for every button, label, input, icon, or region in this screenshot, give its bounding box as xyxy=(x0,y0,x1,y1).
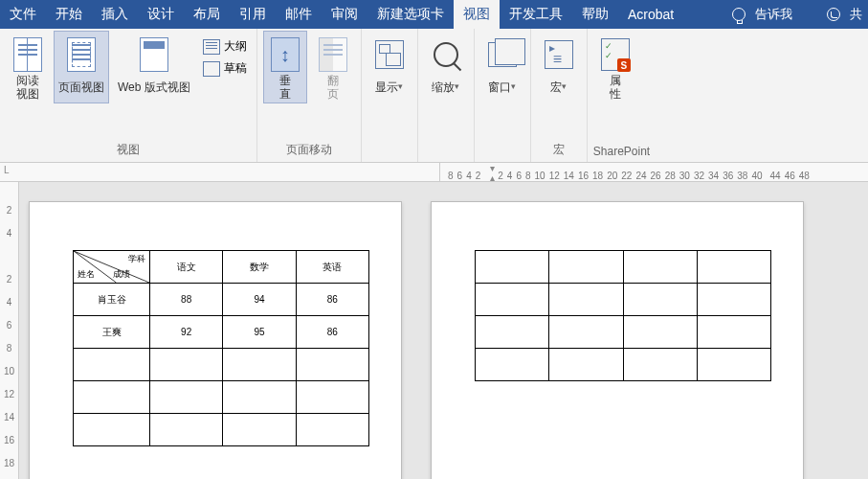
draft-icon xyxy=(203,61,220,77)
tab-newtab[interactable]: 新建选项卡 xyxy=(367,0,454,29)
tab-developer[interactable]: 开发工具 xyxy=(500,0,572,29)
group-macros: 宏▾ 宏 xyxy=(531,29,588,162)
window-icon xyxy=(488,42,517,67)
read-mode-button[interactable]: 阅读 视图 xyxy=(6,31,50,103)
side-to-side-icon xyxy=(319,37,347,72)
dropdown-caret-icon: ▾ xyxy=(562,80,567,93)
tell-me-button[interactable]: 告诉我 xyxy=(755,6,792,23)
share-button[interactable]: 共 xyxy=(850,6,862,23)
document-page-1[interactable]: 学科 成绩 姓名 语文 数学 英语 肖玉谷 88 94 86 王爽 92 xyxy=(29,201,402,479)
group-label-sharepoint: SharePoint xyxy=(593,142,650,162)
macros-button[interactable]: 宏▾ xyxy=(537,31,581,103)
group-label-views: 视图 xyxy=(6,139,251,162)
tab-review[interactable]: 审阅 xyxy=(322,0,367,29)
tab-references[interactable]: 引用 xyxy=(230,0,276,29)
show-icon xyxy=(375,40,404,69)
ribbon: 阅读 视图 页面视图 Web 版式视图 大纲 草稿 视图 垂 直 xyxy=(0,29,868,163)
group-label-macros: 宏 xyxy=(537,139,581,162)
tab-view[interactable]: 视图 xyxy=(454,0,500,29)
tab-mailings[interactable]: 邮件 xyxy=(276,0,322,29)
group-views: 阅读 视图 页面视图 Web 版式视图 大纲 草稿 视图 xyxy=(0,29,257,162)
vertical-icon xyxy=(271,37,300,72)
table-row[interactable] xyxy=(74,414,369,446)
document-page-2[interactable]: (Ctrl) ▾ xyxy=(431,201,804,479)
dropdown-caret-icon: ▾ xyxy=(455,80,459,93)
group-sharepoint: 属 性 SharePoint xyxy=(588,29,656,162)
diagonal-header-cell[interactable]: 学科 成绩 姓名 xyxy=(74,251,150,284)
lightbulb-icon xyxy=(732,8,746,21)
share-icon xyxy=(827,8,840,21)
draft-button[interactable]: 草稿 xyxy=(199,58,251,79)
empty-table[interactable] xyxy=(475,250,771,381)
tab-help[interactable]: 帮助 xyxy=(572,0,618,29)
vertical-button[interactable]: 垂 直 xyxy=(263,31,307,103)
tab-acrobat[interactable]: Acrobat xyxy=(618,0,683,29)
side-to-side-button[interactable]: 翻 页 xyxy=(311,31,355,103)
student-scores-table[interactable]: 学科 成绩 姓名 语文 数学 英语 肖玉谷 88 94 86 王爽 92 xyxy=(73,250,369,446)
table-row[interactable]: 肖玉谷 88 94 86 xyxy=(74,284,369,316)
properties-button[interactable]: 属 性 xyxy=(593,31,637,103)
table-row[interactable]: 王爽 92 95 86 xyxy=(74,316,369,349)
group-label-page-movement: 页面移动 xyxy=(263,139,355,162)
group-zoom: 缩放▾ xyxy=(418,29,475,162)
table-header[interactable]: 数学 xyxy=(223,251,296,284)
table-header[interactable]: 英语 xyxy=(296,251,368,284)
document-area: 2424681012141618 学科 成绩 姓名 语文 数学 英语 肖玉谷 xyxy=(0,182,868,479)
tab-layout[interactable]: 布局 xyxy=(184,0,230,29)
macro-icon xyxy=(545,40,573,69)
print-layout-icon xyxy=(67,37,96,72)
tab-file[interactable]: 文件 xyxy=(0,0,46,29)
menu-tab-bar: 文件 开始 插入 设计 布局 引用 邮件 审阅 新建选项卡 视图 开发工具 帮助… xyxy=(0,0,868,29)
print-layout-button[interactable]: 页面视图 xyxy=(54,31,109,103)
magnifier-icon xyxy=(434,42,458,67)
vertical-ruler[interactable]: 2424681012141618 xyxy=(0,182,19,479)
outline-button[interactable]: 大纲 xyxy=(199,36,251,57)
indent-marker-bottom[interactable]: ▴ xyxy=(490,172,495,181)
tab-home[interactable]: 开始 xyxy=(46,0,92,29)
outline-icon xyxy=(203,39,220,55)
table-header[interactable]: 语文 xyxy=(150,251,223,284)
read-mode-icon xyxy=(13,37,42,72)
web-layout-button[interactable]: Web 版式视图 xyxy=(113,31,195,103)
horizontal-ruler[interactable]: ▾ ▴ 864224681012141618202224262830323436… xyxy=(0,163,868,182)
dropdown-caret-icon: ▾ xyxy=(398,80,403,93)
tab-insert[interactable]: 插入 xyxy=(92,0,138,29)
dropdown-caret-icon: ▾ xyxy=(511,80,516,93)
show-button[interactable]: 显示▾ xyxy=(367,31,412,103)
tab-design[interactable]: 设计 xyxy=(138,0,184,29)
zoom-button[interactable]: 缩放▾ xyxy=(424,31,468,103)
window-button[interactable]: 窗口▾ xyxy=(480,31,524,103)
table-row[interactable] xyxy=(74,349,369,381)
group-window: 窗口▾ xyxy=(475,29,531,162)
group-show: 显示▾ xyxy=(362,29,418,162)
web-layout-icon xyxy=(140,37,168,72)
properties-icon xyxy=(601,38,630,71)
group-page-movement: 垂 直 翻 页 页面移动 xyxy=(257,29,362,162)
table-row[interactable] xyxy=(74,381,369,414)
